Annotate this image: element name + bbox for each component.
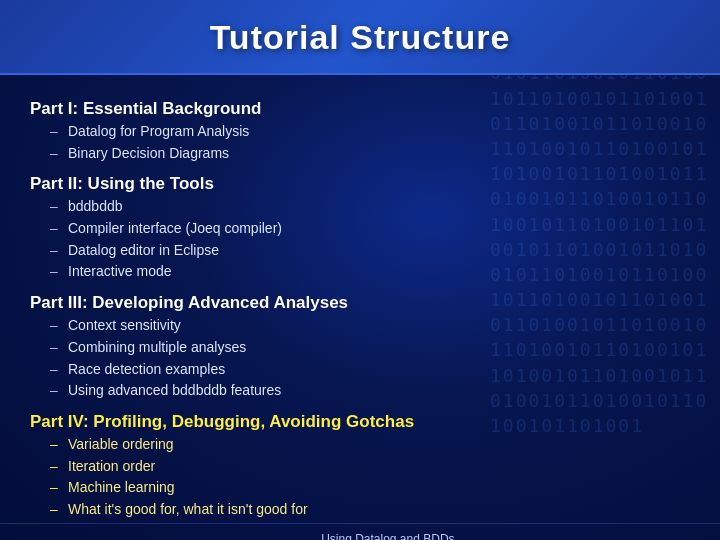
slide-title: Tutorial Structure (20, 18, 700, 57)
bullet-item-4-2: Iteration order (50, 456, 690, 478)
footer-center: Using Datalog and BDDsfor Program Analys… (321, 532, 454, 540)
footer: June 11, 2006 Using Datalog and BDDsfor … (0, 523, 720, 540)
bullet-item-2-1: bddbddb (50, 196, 690, 218)
bullet-list-4: Variable orderingIteration orderMachine … (30, 434, 690, 521)
bullet-list-2: bddbddbCompiler interface (Joeq compiler… (30, 196, 690, 283)
bullet-item-3-4: Using advanced bddbddb features (50, 380, 690, 402)
bullet-item-4-1: Variable ordering (50, 434, 690, 456)
part-heading-1: Part I: Essential Background (30, 99, 690, 119)
bullet-item-4-3: Machine learning (50, 477, 690, 499)
bullet-list-3: Context sensitivityCombining multiple an… (30, 315, 690, 402)
bullet-item-3-3: Race detection examples (50, 359, 690, 381)
part-heading-3: Part III: Developing Advanced Analyses (30, 293, 690, 313)
title-bar: Tutorial Structure (0, 0, 720, 75)
slide-content: Part I: Essential BackgroundDatalog for … (0, 75, 720, 523)
bullet-item-2-3: Datalog editor in Eclipse (50, 240, 690, 262)
bullet-item-2-2: Compiler interface (Joeq compiler) (50, 218, 690, 240)
bullet-item-4-4: What it's good for, what it isn't good f… (50, 499, 690, 521)
slide: Tutorial Structure Part I: Essential Bac… (0, 0, 720, 540)
part-heading-2: Part II: Using the Tools (30, 174, 690, 194)
bullet-item-1-2: Binary Decision Diagrams (50, 143, 690, 165)
bullet-item-3-2: Combining multiple analyses (50, 337, 690, 359)
bullet-item-3-1: Context sensitivity (50, 315, 690, 337)
part-heading-4: Part IV: Profiling, Debugging, Avoiding … (30, 412, 690, 432)
bullet-item-2-4: Interactive mode (50, 261, 690, 283)
bullet-item-1-1: Datalog for Program Analysis (50, 121, 690, 143)
bullet-list-1: Datalog for Program AnalysisBinary Decis… (30, 121, 690, 164)
